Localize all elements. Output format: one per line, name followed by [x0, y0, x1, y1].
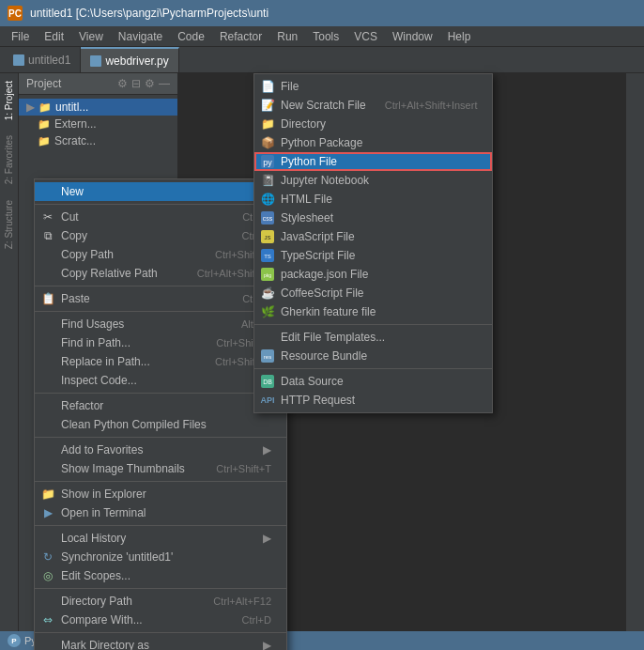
titlebar-title: untitled1 [C:\Users\pangzi\PycharmProjec…: [30, 7, 268, 20]
close-panel-icon[interactable]: —: [159, 77, 170, 90]
separator-9: [35, 632, 286, 633]
menu-run[interactable]: Run: [269, 28, 305, 45]
tab-webdriver-label: webdriver.py: [105, 54, 168, 68]
submenu-item-templates[interactable]: Edit File Templates...: [254, 328, 492, 347]
separator-4: [35, 393, 286, 394]
menu-terminal-label: Open in Terminal: [61, 506, 271, 519]
sidebar-tab-favorites[interactable]: 2: Favorites: [2, 128, 16, 192]
submenu-item-pypackage[interactable]: 📦 Python Package: [254, 133, 492, 152]
settings-icon[interactable]: ⚙: [117, 77, 128, 90]
menubar: File Edit View Navigate Code Refactor Ru…: [0, 26, 644, 47]
menu-findinpath-label: Find in Path...: [61, 336, 197, 349]
submenu-item-coffeescript[interactable]: ☕ CoffeeScript File: [254, 284, 492, 302]
sidebar-tab-project[interactable]: 1: Project: [2, 73, 16, 128]
menu-edit[interactable]: Edit: [37, 28, 71, 45]
submenu-item-file[interactable]: 📄 File: [254, 77, 492, 96]
menu-paste-label: Paste: [61, 292, 223, 305]
config-icon[interactable]: ⚙: [145, 77, 155, 90]
submenu-item-jupyter[interactable]: 📓 Jupyter Notebook: [254, 171, 492, 190]
menu-view[interactable]: View: [71, 28, 111, 45]
menu-markdir-label: Mark Directory as: [61, 639, 255, 650]
project-header: Project ⚙ ⊟ ⚙ —: [19, 73, 177, 95]
sidebar-tab-structure[interactable]: Z: Structure: [2, 193, 16, 256]
submenu-item-packagejson[interactable]: pkg package.json File: [254, 265, 492, 284]
menu-item-copy[interactable]: ⧉ Copy Ctrl+C: [35, 226, 286, 245]
submenu-templates-label: Edit File Templates...: [281, 331, 477, 344]
menu-item-scopes[interactable]: ◎ Edit Scopes...: [35, 566, 286, 585]
menu-refactor-label: Refactor: [61, 399, 255, 412]
submenu-item-stylesheet[interactable]: css Stylesheet: [254, 209, 492, 227]
menu-window[interactable]: Window: [385, 28, 440, 45]
submenu-item-datasource[interactable]: DB Data Source: [254, 372, 492, 391]
menu-vcs[interactable]: VCS: [346, 28, 385, 45]
history-icon: [40, 531, 55, 546]
tree-item-extern[interactable]: 📁 Extern...: [19, 116, 177, 132]
scopes-icon: ◎: [40, 568, 55, 583]
menu-item-cut[interactable]: ✂ Cut Ctrl+X: [35, 208, 286, 226]
submenu-typescript-label: TypeScript File: [281, 249, 477, 262]
menu-item-terminal[interactable]: ▶ Open in Terminal: [35, 503, 286, 522]
findusages-icon: [40, 317, 55, 332]
resourcebundle-icon: res: [260, 348, 275, 364]
submenu-item-resourcebundle[interactable]: res Resource Bundle: [254, 347, 492, 365]
tree-item-untitled[interactable]: ▶ 📁 untitl...: [19, 99, 177, 116]
submenu-item-typescript[interactable]: TS TypeScript File: [254, 246, 492, 265]
menu-item-new[interactable]: New ▶: [35, 182, 286, 201]
submenu-item-gherkin[interactable]: 🌿 Gherkin feature file: [254, 302, 492, 321]
separator-5: [35, 437, 286, 438]
menu-item-markdir[interactable]: Mark Directory as ▶: [35, 636, 286, 650]
history-arrow-icon: ▶: [263, 532, 271, 545]
submenu-item-scratch[interactable]: 📝 New Scratch File Ctrl+Alt+Shift+Insert: [254, 96, 492, 115]
menu-item-thumbnails[interactable]: Show Image Thumbnails Ctrl+Shift+T: [35, 459, 286, 478]
submenu-item-javascript[interactable]: JS JavaScript File: [254, 227, 492, 246]
menu-replaceinpath-label: Replace in Path...: [61, 355, 196, 368]
menu-item-copypath[interactable]: Copy Path Ctrl+Shift+C: [35, 245, 286, 264]
menu-item-cleanpython[interactable]: Clean Python Compiled Files: [35, 415, 286, 434]
menu-code[interactable]: Code: [170, 28, 212, 45]
svg-text:JS: JS: [264, 235, 270, 240]
menu-file[interactable]: File: [4, 28, 37, 45]
tab-webdriver[interactable]: webdriver.py: [81, 47, 178, 72]
menu-refactor[interactable]: Refactor: [212, 28, 269, 45]
sync-icon: ↻: [40, 549, 55, 565]
stylesheet-icon: css: [260, 210, 275, 225]
submenu-item-httprequest[interactable]: API HTTP Request: [254, 391, 492, 410]
menu-item-history[interactable]: Local History ▶: [35, 529, 286, 548]
menu-item-refactor[interactable]: Refactor ▶: [35, 396, 286, 415]
directory-icon: 📁: [260, 116, 275, 132]
menu-item-findusages[interactable]: Find Usages Alt+F7: [35, 315, 286, 333]
submenu-directory-label: Directory: [281, 117, 477, 131]
menu-navigate[interactable]: Navigate: [111, 28, 170, 45]
menu-item-paste[interactable]: 📋 Paste Ctrl+V: [35, 289, 286, 308]
submenu-item-html[interactable]: 🌐 HTML File: [254, 190, 492, 209]
menu-item-inspectcode[interactable]: Inspect Code...: [35, 371, 286, 390]
svg-text:res: res: [264, 354, 271, 360]
menu-item-showinexplorer[interactable]: 📁 Show in Explorer: [35, 485, 286, 503]
menu-compare-label: Compare With...: [61, 613, 223, 627]
menu-item-copyrelpath[interactable]: Copy Relative Path Ctrl+Alt+Shift+C: [35, 264, 286, 283]
menu-item-favorites[interactable]: Add to Favorites ▶: [35, 441, 286, 459]
layout-icon[interactable]: ⊟: [131, 77, 141, 90]
submenu-item-pyfile[interactable]: py Python File: [254, 152, 492, 171]
tree-label-scratch: Scratc...: [54, 134, 96, 147]
tab-untitled1[interactable]: untitled1: [4, 47, 81, 72]
main-layout: 1: Project 2: Favorites Z: Structure Pro…: [0, 73, 644, 650]
menu-dirpath-label: Directory Path: [61, 595, 194, 608]
tree-label-untitled: untitl...: [55, 101, 88, 114]
menu-tools[interactable]: Tools: [305, 28, 346, 45]
tree-item-scratch[interactable]: 📁 Scratc...: [19, 132, 177, 149]
thumbnails-icon: [40, 461, 55, 476]
menu-item-compare[interactable]: ⇔ Compare With... Ctrl+D: [35, 611, 286, 629]
menu-item-findinpath[interactable]: Find in Path... Ctrl+Shift+F: [35, 333, 286, 352]
markdir-arrow-icon: ▶: [263, 639, 271, 650]
terminal-icon: ▶: [40, 505, 55, 520]
submenu-item-directory[interactable]: 📁 Directory: [254, 115, 492, 133]
menu-help[interactable]: Help: [440, 28, 479, 45]
menu-item-sync[interactable]: ↻ Synchronize 'untitled1': [35, 548, 286, 566]
menu-item-replaceinpath[interactable]: Replace in Path... Ctrl+Shift+R: [35, 352, 286, 371]
pypackage-icon: 📦: [260, 135, 275, 150]
separator-1: [35, 204, 286, 205]
menu-favorites-label: Add to Favorites: [61, 443, 255, 457]
menu-item-dirpath[interactable]: Directory Path Ctrl+Alt+F12: [35, 592, 286, 611]
svg-text:py: py: [263, 158, 272, 167]
